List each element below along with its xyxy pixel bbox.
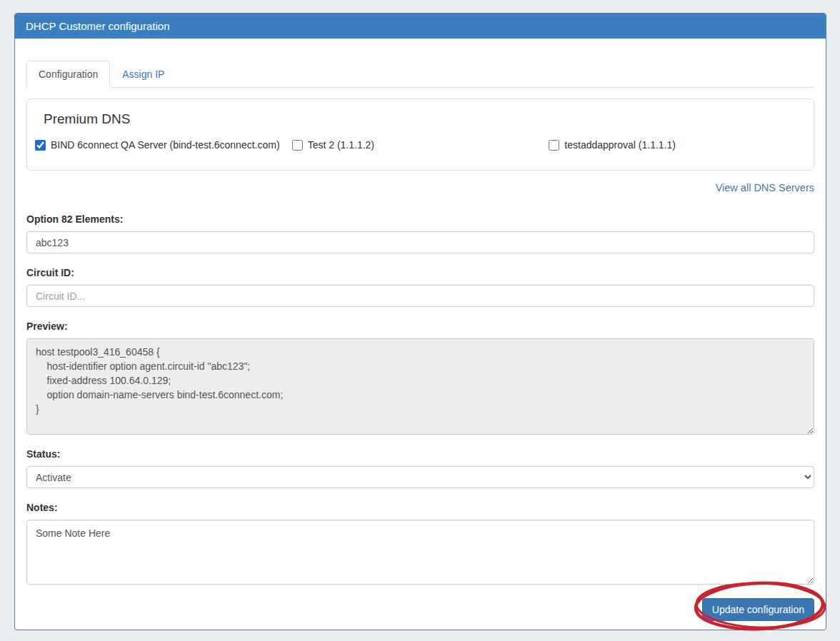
dns-server-option-testaddapproval[interactable]: testaddapproval (1.1.1.1) [549,139,806,151]
circuit-id-input[interactable] [26,285,814,307]
circuit-id-label: Circuit ID: [26,267,814,278]
update-configuration-button[interactable]: Update configuration [702,598,814,621]
notes-label: Notes: [26,502,814,513]
dns-server-option-bind[interactable]: BIND 6connect QA Server (bind-test.6conn… [35,139,292,151]
option82-label: Option 82 Elements: [26,213,814,225]
panel-body: Configuration Assign IP Premium DNS BIND… [15,39,826,635]
view-all-dns-row: View all DNS Servers [26,182,814,193]
tab-assign-ip[interactable]: Assign IP [110,61,176,88]
preview-label: Preview: [26,320,814,332]
page: DHCP Customer configuration Configuratio… [0,0,840,641]
dns-server-label: BIND 6connect QA Server (bind-test.6conn… [51,139,280,151]
notes-textarea[interactable]: Some Note Here [26,520,814,585]
premium-dns-title: Premium DNS [44,111,806,127]
dns-server-label: testaddapproval (1.1.1.1) [564,139,676,151]
view-all-dns-link[interactable]: View all DNS Servers [716,182,814,193]
option82-group: Option 82 Elements: [26,213,814,253]
notes-group: Notes: Some Note Here [26,502,814,585]
status-select[interactable]: Activate [26,466,814,488]
status-group: Status: Activate [26,448,814,488]
status-label: Status: [26,448,814,460]
dns-server-checkbox-test2[interactable] [292,140,303,151]
preview-group: Preview: host testpool3_416_60458 { host… [26,320,814,435]
dhcp-config-panel: DHCP Customer configuration Configuratio… [14,13,826,630]
button-row: Update configuration [26,598,814,621]
premium-dns-section: Premium DNS BIND 6connect QA Server (bin… [26,99,814,171]
tab-bar: Configuration Assign IP [26,61,814,88]
circuit-id-group: Circuit ID: [26,267,814,307]
dns-server-checkbox-bind[interactable] [35,140,46,151]
preview-textarea[interactable]: host testpool3_416_60458 { host-identifi… [26,338,814,435]
panel-title: DHCP Customer configuration [15,14,826,39]
dns-server-option-test2[interactable]: Test 2 (1.1.1.2) [292,139,549,151]
dns-server-list: BIND 6connect QA Server (bind-test.6conn… [35,139,806,151]
dns-server-checkbox-testaddapproval[interactable] [549,140,559,151]
tab-configuration[interactable]: Configuration [26,61,110,88]
option82-input[interactable] [26,231,814,253]
dns-server-label: Test 2 (1.1.1.2) [308,139,374,151]
